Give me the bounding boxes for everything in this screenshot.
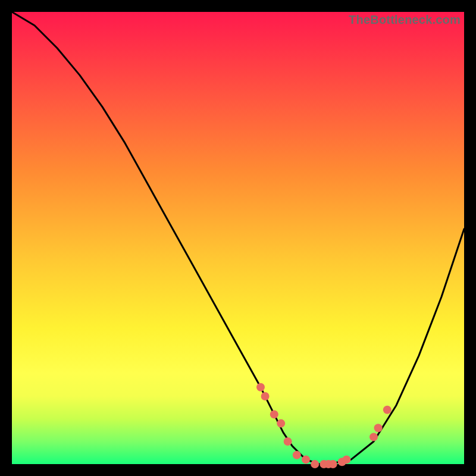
highlight-dot bbox=[261, 392, 270, 400]
highlight-dot bbox=[329, 460, 337, 468]
highlight-dot bbox=[374, 424, 383, 432]
highlight-dot bbox=[342, 455, 350, 464]
plot-area: TheBottleneck.com bbox=[12, 12, 464, 464]
highlight-dot bbox=[256, 383, 265, 392]
highlight-dot bbox=[284, 437, 292, 446]
chart-frame: TheBottleneck.com bbox=[12, 12, 464, 464]
highlight-dot bbox=[383, 406, 392, 414]
highlight-dot bbox=[302, 455, 310, 464]
attribution-text: TheBottleneck.com bbox=[349, 13, 461, 27]
dots-group bbox=[256, 383, 392, 468]
highlight-dot bbox=[277, 419, 285, 428]
highlight-dot bbox=[369, 433, 378, 441]
bottleneck-curve-path bbox=[12, 12, 464, 464]
highlight-dot bbox=[293, 451, 301, 459]
highlight-dot bbox=[311, 460, 319, 468]
highlight-dot bbox=[270, 410, 278, 418]
curve-group bbox=[12, 12, 464, 464]
chart-svg bbox=[12, 12, 464, 464]
